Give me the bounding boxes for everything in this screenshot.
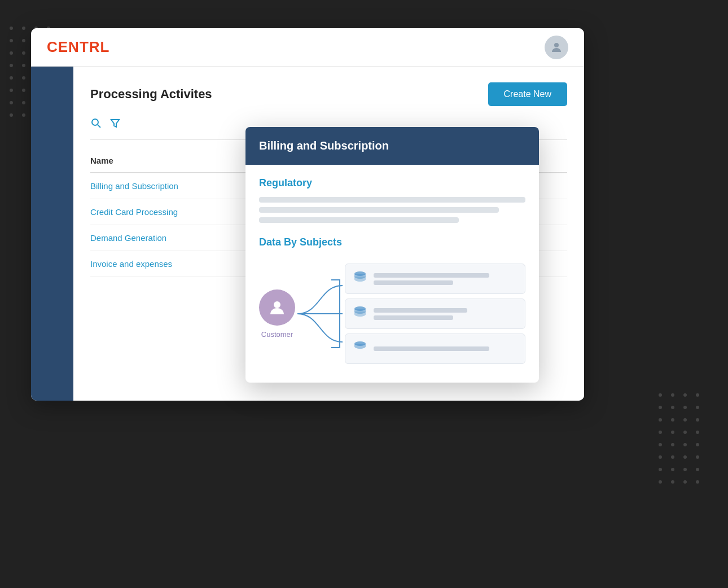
svg-line-2 bbox=[98, 125, 100, 128]
subjects-diagram: Customer bbox=[259, 257, 525, 370]
content-header: Processing Activites Create New bbox=[90, 82, 567, 106]
svg-point-1 bbox=[92, 119, 98, 125]
db-icon-1 bbox=[352, 270, 368, 288]
create-new-button[interactable]: Create New bbox=[488, 82, 567, 106]
t2-line1 bbox=[374, 308, 467, 313]
filter-icon[interactable] bbox=[109, 117, 121, 131]
overlay-title: Billing and Subscription bbox=[259, 139, 525, 152]
col-name: Name bbox=[90, 150, 253, 173]
cell-name: Invoice and expenses bbox=[90, 251, 253, 277]
regulatory-title: Regulatory bbox=[259, 177, 525, 189]
db-icon-2 bbox=[352, 305, 368, 323]
sidebar bbox=[31, 67, 73, 401]
row-name-link[interactable]: Demand Generation bbox=[90, 233, 166, 243]
app-logo: CENTRL bbox=[47, 38, 109, 56]
target-lines-3 bbox=[374, 346, 518, 351]
reg-line-2 bbox=[259, 207, 499, 213]
user-avatar[interactable] bbox=[545, 36, 568, 59]
t3-line1 bbox=[374, 346, 489, 351]
cell-name: Demand Generation bbox=[90, 225, 253, 251]
search-icon[interactable] bbox=[90, 117, 102, 131]
page-title: Processing Activites bbox=[90, 87, 212, 102]
customer-node: Customer bbox=[259, 289, 295, 339]
data-target-2 bbox=[345, 299, 525, 329]
row-name-link[interactable]: Invoice and expenses bbox=[90, 259, 172, 269]
data-target-3 bbox=[345, 334, 525, 364]
overlay-body: Regulatory Data By Subjects bbox=[245, 165, 539, 383]
regulatory-lines bbox=[259, 197, 525, 223]
overlay-header: Billing and Subscription bbox=[245, 127, 539, 165]
reg-line-3 bbox=[259, 217, 459, 223]
data-targets bbox=[345, 264, 525, 364]
row-name-link[interactable]: Billing and Subscription bbox=[90, 181, 178, 191]
svg-marker-3 bbox=[111, 120, 119, 127]
app-header: CENTRL bbox=[31, 28, 584, 67]
data-subjects-section: Data By Subjects Customer bbox=[259, 236, 525, 370]
reg-line-1 bbox=[259, 197, 525, 203]
t1-line1 bbox=[374, 273, 489, 278]
cell-name: Billing and Subscription bbox=[90, 173, 253, 199]
data-target-1 bbox=[345, 264, 525, 294]
svg-point-0 bbox=[554, 43, 559, 47]
svg-point-4 bbox=[274, 301, 280, 308]
customer-label: Customer bbox=[261, 330, 293, 339]
cell-name: Credit Card Processing bbox=[90, 199, 253, 225]
flow-lines bbox=[297, 269, 343, 359]
db-icon-3 bbox=[352, 340, 368, 358]
target-lines-1 bbox=[374, 273, 518, 285]
data-subjects-title: Data By Subjects bbox=[259, 236, 525, 248]
t1-line2 bbox=[374, 280, 453, 285]
customer-avatar bbox=[259, 289, 295, 326]
target-lines-2 bbox=[374, 308, 518, 320]
row-name-link[interactable]: Credit Card Processing bbox=[90, 207, 178, 217]
t2-line2 bbox=[374, 315, 453, 320]
overlay-panel: Billing and Subscription Regulatory Data… bbox=[245, 127, 539, 383]
